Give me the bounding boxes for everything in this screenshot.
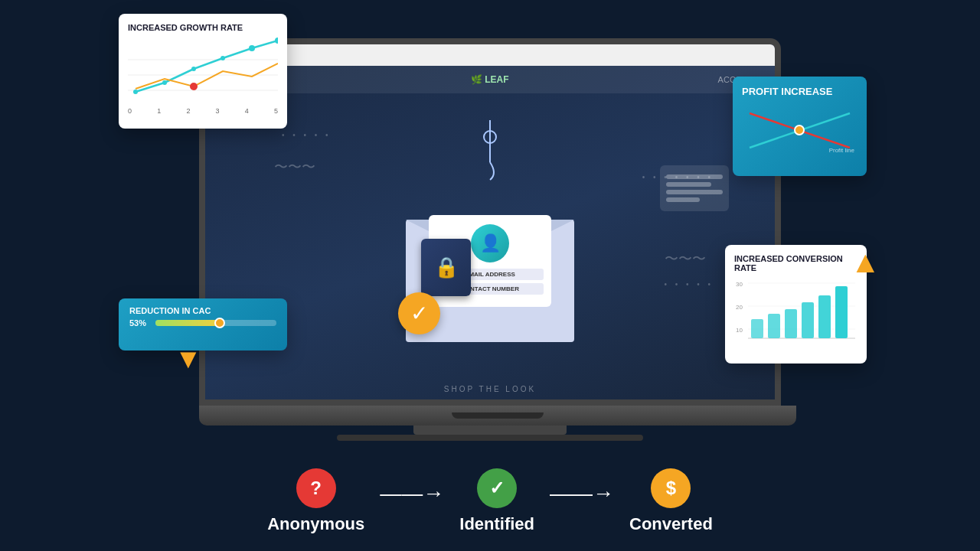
svg-text:20: 20 xyxy=(736,304,743,311)
laptop-base xyxy=(199,406,796,425)
slider-thumb xyxy=(214,318,225,328)
screen-content: WATCHES 🌿 LEAF ACCOUNT 〜〜〜 〜〜〜 • • • • •… xyxy=(205,44,775,399)
profit-chart: Profit line xyxy=(742,102,858,155)
card-profit: PROFIT INCREASE Profit line xyxy=(733,77,867,176)
svg-rect-25 xyxy=(802,302,814,338)
profit-title: PROFIT INCREASE xyxy=(742,86,858,97)
data-row-2 xyxy=(666,182,711,187)
svg-rect-23 xyxy=(768,314,780,338)
card-growth: INCREASED GROWTH RATE 012345 xyxy=(119,14,287,129)
laptop-foot xyxy=(337,435,643,441)
svg-point-5 xyxy=(133,90,138,94)
growth-x-labels: 012345 xyxy=(128,107,278,115)
lock-card: 🔒 xyxy=(421,239,471,296)
anonymous-label: Anonymous xyxy=(267,514,364,534)
svg-point-6 xyxy=(162,80,167,85)
laptop-stand xyxy=(413,425,567,435)
step-converted: $ Converted xyxy=(629,468,713,534)
svg-point-14 xyxy=(795,126,804,135)
avatar-icon: 👤 xyxy=(471,224,509,262)
svg-point-9 xyxy=(249,45,255,51)
svg-point-8 xyxy=(220,56,225,60)
svg-point-7 xyxy=(191,67,196,71)
card-conversion: INCREASED CONVERSION RATE 30 20 10 xyxy=(725,245,867,364)
growth-chart xyxy=(128,37,278,106)
converted-label: Converted xyxy=(629,514,713,534)
nav-logo: 🌿 LEAF xyxy=(471,74,509,85)
step-anonymous: ? Anonymous xyxy=(267,468,364,534)
identified-label: Identified xyxy=(459,514,534,534)
svg-rect-27 xyxy=(835,286,848,338)
data-row-1 xyxy=(666,174,723,179)
wavy-right: 〜〜〜 xyxy=(665,249,706,268)
cac-title: REDUCTION IN CAC xyxy=(129,306,276,315)
bottom-row: ? Anonymous ——→ ✓ Identified ——→ $ Conve… xyxy=(0,452,980,551)
identified-icon: ✓ xyxy=(477,468,517,508)
arrow-2: ——→ xyxy=(550,481,614,521)
browser-chrome xyxy=(205,44,775,66)
growth-title: INCREASED GROWTH RATE xyxy=(128,23,278,32)
cac-slider: 53% xyxy=(129,318,276,328)
laptop-notch xyxy=(452,412,544,419)
arrow-down-icon: ▼ xyxy=(175,343,202,375)
envelope-scene: 👤 EMAIL ADDRESS CONTACT NUMBER ✓ 🔒 xyxy=(375,143,605,342)
nav-bar: WATCHES 🌿 LEAF ACCOUNT xyxy=(205,66,775,93)
data-widget xyxy=(660,165,729,211)
arrow-up-icon: ▲ xyxy=(850,245,880,279)
cac-percentage: 53% xyxy=(129,318,151,328)
shop-text: SHOP THE LOOK xyxy=(444,385,536,393)
svg-text:30: 30 xyxy=(736,281,743,288)
hook-svg xyxy=(475,120,505,181)
growth-svg xyxy=(128,37,278,102)
data-row-4 xyxy=(666,197,700,202)
dots-right2: • • • • • xyxy=(664,280,714,289)
svg-rect-26 xyxy=(818,295,831,338)
data-row-3 xyxy=(666,190,723,194)
check-badge: ✓ xyxy=(398,292,440,334)
converted-icon: $ xyxy=(651,468,691,508)
svg-point-11 xyxy=(190,83,198,90)
svg-point-10 xyxy=(275,37,278,44)
slider-fill xyxy=(155,320,220,326)
step-identified: ✓ Identified xyxy=(459,468,534,534)
svg-rect-24 xyxy=(785,309,797,338)
arrow-1: ——→ xyxy=(380,481,444,521)
conversion-chart: 30 20 10 xyxy=(734,277,858,346)
profit-line-label: Profit line xyxy=(829,147,854,154)
wavy-left: 〜〜〜 xyxy=(274,158,315,176)
svg-text:10: 10 xyxy=(736,327,743,334)
card-cac: REDUCTION IN CAC 53% xyxy=(119,298,287,350)
browser-content: WATCHES 🌿 LEAF ACCOUNT 〜〜〜 〜〜〜 • • • • •… xyxy=(205,66,775,399)
slider-track xyxy=(155,320,276,326)
conversion-title: INCREASED CONVERSION RATE xyxy=(734,254,858,272)
conversion-svg: 30 20 10 xyxy=(734,277,858,346)
dots-top: • • • • • xyxy=(282,131,332,139)
anonymous-icon: ? xyxy=(296,468,336,508)
svg-rect-22 xyxy=(751,319,763,338)
